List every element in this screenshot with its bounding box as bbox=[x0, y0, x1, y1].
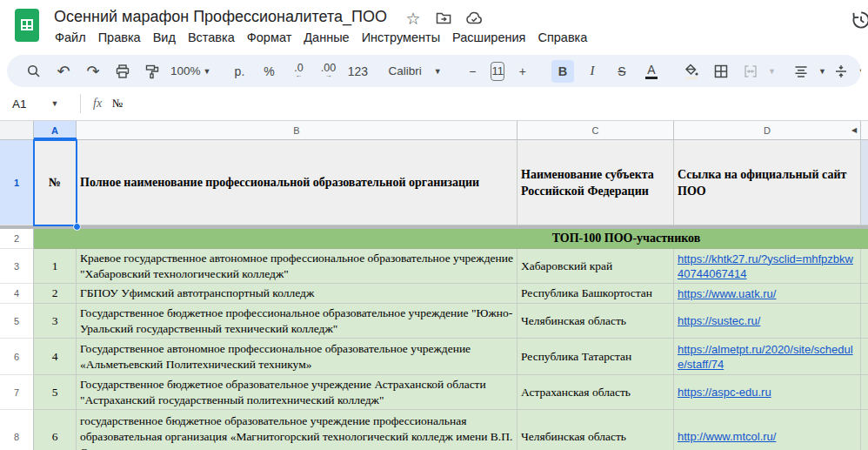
paint-format-icon[interactable] bbox=[141, 60, 164, 83]
menu-item-2[interactable]: Вид bbox=[147, 28, 182, 47]
menu-item-3[interactable]: Вставка bbox=[182, 28, 241, 47]
print-icon[interactable] bbox=[111, 60, 134, 83]
cell-region[interactable]: Республика Башкортостан bbox=[517, 284, 674, 304]
column-header-a[interactable]: A bbox=[34, 121, 77, 139]
italic-button[interactable]: I bbox=[581, 60, 604, 83]
cell-region[interactable]: Республика Татарстан bbox=[517, 339, 674, 375]
sheet-row-4: 42ГБПОУ Уфимский автотранспортный коллед… bbox=[0, 284, 868, 304]
move-folder-icon[interactable] bbox=[434, 9, 453, 28]
website-link[interactable]: https://almetpt.ru/2020/site/schedule/st… bbox=[678, 342, 857, 372]
cell-link[interactable]: https://sustec.ru/ bbox=[674, 304, 861, 339]
formula-input[interactable]: № bbox=[112, 97, 123, 111]
cell-org-name[interactable]: Государственное бюджетное образовательно… bbox=[77, 375, 517, 410]
select-all-corner[interactable] bbox=[0, 121, 34, 139]
cell-org-name[interactable]: Государственное бюджетное профессиональн… bbox=[77, 304, 517, 339]
banner-cell[interactable]: ТОП-100 ПОО-участников bbox=[34, 229, 868, 249]
cell-a1[interactable]: № bbox=[34, 140, 77, 225]
cell-number[interactable]: 5 bbox=[34, 375, 77, 410]
document-title[interactable]: Осенний марафон Профессионалитета_ПОО bbox=[54, 8, 387, 26]
strikethrough-button[interactable]: S bbox=[611, 60, 633, 83]
cell-sliver bbox=[861, 249, 868, 284]
font-size-input[interactable]: 11 bbox=[491, 62, 504, 81]
format-currency-button[interactable]: р. bbox=[228, 60, 250, 83]
redo-icon[interactable]: ↷ bbox=[82, 60, 104, 83]
menu-item-1[interactable]: Правка bbox=[92, 28, 147, 47]
row-header-7[interactable]: 7 bbox=[0, 375, 34, 410]
cloud-saved-icon[interactable] bbox=[464, 9, 484, 28]
cell-number[interactable]: 2 bbox=[34, 284, 77, 304]
formula-bar: A1▼ fx № bbox=[0, 87, 868, 120]
cell-link[interactable]: https://khtk27.ru/?ysclid=mhfpzbkw407440… bbox=[674, 249, 861, 284]
cell-number[interactable]: 1 bbox=[34, 249, 77, 284]
zoom-select[interactable]: 100%▼ bbox=[170, 64, 210, 77]
cell-region[interactable]: Хабаровский край bbox=[517, 249, 674, 284]
vertical-align-caret[interactable]: ▼ bbox=[858, 67, 861, 76]
cell-link[interactable]: https://www.uatk.ru/ bbox=[674, 284, 861, 304]
menu-item-5[interactable]: Данные bbox=[297, 28, 355, 47]
undo-icon[interactable]: ↶ bbox=[52, 60, 75, 83]
cell-number[interactable]: 6 bbox=[34, 410, 77, 450]
cell-number[interactable]: 4 bbox=[34, 339, 77, 375]
increase-font-size-button[interactable]: + bbox=[511, 60, 534, 83]
row-header-8[interactable]: 8 bbox=[0, 410, 34, 450]
cell-c1[interactable]: Наименование субъекта Российской Федерац… bbox=[517, 140, 674, 225]
menu-item-0[interactable]: Файл bbox=[49, 28, 92, 47]
cell-link[interactable]: https://aspc-edu.ru bbox=[674, 375, 861, 410]
column-header-b[interactable]: B bbox=[77, 121, 517, 139]
horizontal-align-icon[interactable] bbox=[790, 60, 812, 83]
cell-b1[interactable]: Полное наименование профессиональной обр… bbox=[77, 140, 517, 225]
borders-icon[interactable] bbox=[710, 60, 732, 83]
sheet-row-7: 75Государственное бюджетное образователь… bbox=[0, 375, 868, 410]
website-link[interactable]: https://khtk27.ru/?ysclid=mhfpzbkw407440… bbox=[678, 252, 857, 281]
star-icon[interactable]: ☆ bbox=[404, 9, 423, 28]
vertical-align-icon[interactable] bbox=[830, 60, 852, 83]
cell-org-name[interactable]: ГБПОУ Уфимский автотранспортный колледж bbox=[77, 284, 517, 304]
font-select[interactable]: Calibri▼ bbox=[388, 64, 442, 77]
menu-item-4[interactable]: Формат bbox=[241, 28, 298, 47]
cell-region[interactable]: Челябинская область bbox=[517, 410, 674, 450]
column-header-sliver bbox=[861, 121, 868, 139]
cell-org-name[interactable]: государственное бюджетное образовательно… bbox=[77, 410, 517, 450]
row-header-3[interactable]: 3 bbox=[0, 249, 34, 284]
cell-number[interactable]: 3 bbox=[34, 304, 77, 339]
increase-decimal-button[interactable]: .00→ bbox=[317, 60, 339, 83]
row-header-2[interactable]: 2 bbox=[0, 229, 34, 249]
cell-sliver bbox=[861, 304, 868, 339]
cell-d1[interactable]: Ссылка на официальный сайт ПОО bbox=[674, 140, 861, 225]
cell-link[interactable]: http://www.mtcol.ru/ bbox=[674, 410, 861, 450]
sheets-logo-icon[interactable] bbox=[15, 9, 39, 42]
version-history-icon[interactable] bbox=[849, 9, 868, 31]
cell-region[interactable]: Астраханская область bbox=[517, 375, 674, 410]
column-header-d[interactable]: D bbox=[674, 121, 861, 139]
decrease-font-size-button[interactable]: − bbox=[461, 60, 484, 83]
more-formats-button[interactable]: 123 bbox=[346, 60, 369, 83]
row-header-1[interactable]: 1 bbox=[0, 140, 34, 225]
cell-org-name[interactable]: Краевое государственное автономное профе… bbox=[77, 249, 517, 284]
fill-color-icon[interactable] bbox=[680, 60, 703, 83]
website-link[interactable]: https://aspc-edu.ru bbox=[678, 385, 771, 400]
column-headers: A B C D ◀ bbox=[0, 121, 868, 140]
row-header-6[interactable]: 6 bbox=[0, 339, 34, 375]
horizontal-align-caret[interactable]: ▼ bbox=[818, 67, 826, 76]
row-header-4[interactable]: 4 bbox=[0, 284, 34, 304]
menu-item-6[interactable]: Инструменты bbox=[356, 28, 446, 47]
format-percent-button[interactable]: % bbox=[257, 60, 280, 83]
bold-button[interactable]: B bbox=[551, 60, 574, 83]
cell-sliver bbox=[861, 410, 868, 450]
menu-item-7[interactable]: Расширения bbox=[446, 28, 531, 47]
website-link[interactable]: https://www.uatk.ru/ bbox=[678, 286, 776, 301]
name-box[interactable]: A1▼ bbox=[0, 97, 80, 111]
hidden-columns-icon[interactable]: ◀ bbox=[851, 126, 857, 134]
decrease-decimal-button[interactable]: .0← bbox=[287, 60, 310, 83]
search-icon[interactable] bbox=[23, 60, 45, 83]
website-link[interactable]: http://www.mtcol.ru/ bbox=[678, 429, 776, 444]
column-header-c[interactable]: C bbox=[517, 121, 674, 139]
cell-e1-sliver bbox=[861, 140, 868, 225]
cell-region[interactable]: Челябинская область bbox=[517, 304, 674, 339]
menu-item-8[interactable]: Справка bbox=[531, 28, 593, 47]
cell-link[interactable]: https://almetpt.ru/2020/site/schedule/st… bbox=[674, 339, 861, 375]
row-header-5[interactable]: 5 bbox=[0, 304, 34, 339]
cell-org-name[interactable]: Государственное автономное профессиональ… bbox=[77, 339, 517, 375]
website-link[interactable]: https://sustec.ru/ bbox=[678, 313, 760, 328]
text-color-button[interactable]: A bbox=[640, 60, 663, 83]
